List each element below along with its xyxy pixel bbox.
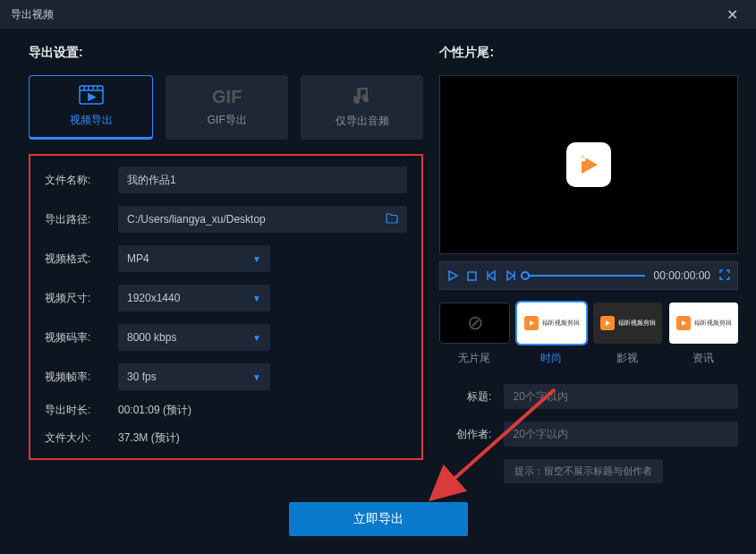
svg-rect-11 xyxy=(366,88,368,98)
fps-value: 30 fps xyxy=(127,371,157,383)
thumb-movie[interactable]: 福昕视频剪辑 xyxy=(593,303,662,344)
svg-marker-21 xyxy=(682,320,686,326)
svg-marker-15 xyxy=(488,271,495,280)
ending-section-title: 个性片尾: xyxy=(439,45,738,61)
export-settings-title: 导出设置: xyxy=(29,45,423,61)
svg-rect-10 xyxy=(359,88,361,99)
creator-input[interactable] xyxy=(504,422,738,447)
format-label: 视频格式: xyxy=(45,251,106,267)
format-value: MP4 xyxy=(127,252,149,265)
duration-label: 导出时长: xyxy=(45,403,106,418)
thumb-label-fashion: 时尚 xyxy=(516,351,585,366)
svg-point-12 xyxy=(582,158,586,162)
thumb-brand-text: 福昕视频剪辑 xyxy=(694,319,732,328)
tab-video-label: 视频导出 xyxy=(70,113,113,128)
fps-select[interactable]: 30 fps ▼ xyxy=(118,363,270,390)
next-icon[interactable] xyxy=(505,270,516,281)
music-note-icon xyxy=(353,86,371,108)
svg-marker-13 xyxy=(449,271,457,280)
format-select[interactable]: MP4 ▼ xyxy=(118,245,270,272)
folder-icon[interactable] xyxy=(386,212,398,226)
thumb-news[interactable]: 福昕视频剪辑 xyxy=(669,303,738,344)
fps-label: 视频帧率: xyxy=(45,370,106,385)
thumb-label-movie: 影视 xyxy=(592,351,661,366)
filename-label: 文件名称: xyxy=(45,173,106,188)
close-icon[interactable]: ✕ xyxy=(719,3,745,27)
prev-icon[interactable] xyxy=(486,270,497,281)
title-input[interactable] xyxy=(504,384,738,409)
app-logo-icon xyxy=(566,142,611,187)
export-form: 文件名称: 导出路径: 视频格式: MP4 ▼ xyxy=(29,154,423,460)
mini-play-icon xyxy=(676,316,691,330)
filename-input[interactable] xyxy=(118,166,407,193)
mini-play-icon xyxy=(600,316,615,330)
filesize-label: 文件大小: xyxy=(45,430,106,446)
fullscreen-icon[interactable] xyxy=(719,269,730,283)
mini-play-icon xyxy=(524,316,539,330)
player-controls: 00:00:00:00 xyxy=(439,261,738,290)
size-select[interactable]: 1920x1440 ▼ xyxy=(118,285,270,311)
bitrate-value: 8000 kbps xyxy=(127,331,176,344)
thumb-none[interactable]: ⊘ xyxy=(439,303,510,344)
no-ending-icon: ⊘ xyxy=(467,311,483,335)
tab-gif-export[interactable]: GIF GIF导出 xyxy=(166,75,288,140)
tab-video-export[interactable]: 视频导出 xyxy=(29,75,153,140)
filesize-value: 37.3M (预计) xyxy=(118,430,180,446)
thumb-label-news: 资讯 xyxy=(669,351,738,366)
bitrate-label: 视频码率: xyxy=(45,330,106,345)
size-label: 视频尺寸: xyxy=(45,291,106,306)
size-value: 1920x1440 xyxy=(127,292,180,304)
preview-area xyxy=(439,75,738,254)
chevron-down-icon: ▼ xyxy=(252,294,261,303)
creator-label: 创作者: xyxy=(439,427,491,442)
seek-thumb[interactable] xyxy=(521,271,530,280)
play-icon[interactable] xyxy=(447,270,458,281)
timecode: 00:00:00:00 xyxy=(654,269,710,282)
svg-marker-20 xyxy=(606,320,610,326)
thumb-fashion[interactable]: 福昕视频剪辑 xyxy=(517,303,586,344)
thumb-brand-text: 福昕视频剪辑 xyxy=(542,319,580,328)
svg-marker-17 xyxy=(507,271,514,280)
svg-marker-6 xyxy=(89,94,95,100)
svg-marker-19 xyxy=(530,320,534,326)
path-input[interactable] xyxy=(118,206,407,233)
tab-gif-label: GIF导出 xyxy=(208,113,247,128)
thumb-brand-text: 福昕视频剪辑 xyxy=(618,319,656,328)
tab-audio-export[interactable]: 仅导出音频 xyxy=(301,75,423,140)
seek-slider[interactable] xyxy=(525,275,644,277)
chevron-down-icon: ▼ xyxy=(252,333,261,343)
duration-value: 00:01:09 (预计) xyxy=(118,403,191,418)
thumb-label-none: 无片尾 xyxy=(439,351,508,366)
svg-rect-14 xyxy=(468,272,476,280)
chevron-down-icon: ▼ xyxy=(252,372,261,382)
chevron-down-icon: ▼ xyxy=(252,254,261,264)
hint-text: 提示：留空不展示标题与创作者 xyxy=(504,459,663,483)
gif-icon: GIF xyxy=(212,87,242,107)
stop-icon[interactable] xyxy=(467,271,477,281)
tab-audio-label: 仅导出音频 xyxy=(336,114,389,129)
path-label: 导出路径: xyxy=(45,212,106,227)
bitrate-select[interactable]: 8000 kbps ▼ xyxy=(118,324,270,351)
export-button[interactable]: 立即导出 xyxy=(289,502,468,536)
window-title: 导出视频 xyxy=(11,7,54,22)
title-label: 标题: xyxy=(439,389,491,405)
video-icon xyxy=(79,85,104,107)
